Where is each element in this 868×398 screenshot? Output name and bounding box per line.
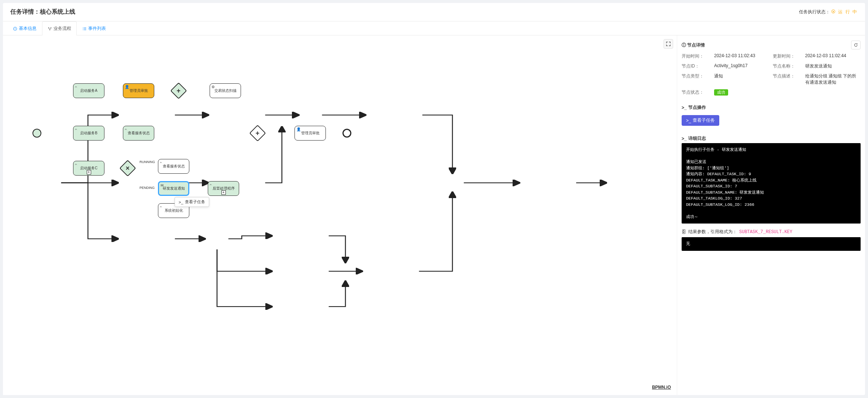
expand-icon <box>666 41 671 46</box>
gateway-parallel-2[interactable]: + <box>252 127 264 139</box>
diagram: 𝄐启动服务A 𝄐启动服务B 𝄐启动服务C+ 👤管理员审批 𝄐查看服务状态 + ⚙… <box>18 50 673 380</box>
refresh-icon <box>854 43 858 47</box>
mail-icon: ✉ <box>161 183 163 187</box>
node-admin-approve-2[interactable]: 👤管理员审批 <box>294 126 326 141</box>
list-icon <box>82 27 87 31</box>
detail-title: 节点详情 <box>687 42 705 48</box>
gateway-parallel-1[interactable]: + <box>173 85 185 97</box>
val-node-status: 成功 <box>714 89 728 96</box>
lbl-node-status: 节点状态： <box>682 89 711 96</box>
db-icon: 🗄 <box>682 229 686 235</box>
end-event[interactable] <box>342 129 351 138</box>
subprocess-marker: + <box>87 170 91 174</box>
terminal-icon: >_ <box>682 136 687 141</box>
val-start-time: 2024-12-03 11:02:43 <box>714 53 770 59</box>
lbl-node-type: 节点类型： <box>682 73 711 86</box>
svg-point-8 <box>83 30 84 30</box>
tab-basic-info[interactable]: 基本信息 <box>7 21 42 35</box>
svg-point-2 <box>15 28 15 28</box>
log-output: 开始执行子任务 - 研发发送通知 通知已发送 通知群组: ['通知组'] 通知内… <box>682 143 861 224</box>
user-icon: 👤 <box>296 127 301 131</box>
node-admin-approve-1[interactable]: 👤管理员审批 <box>123 83 154 98</box>
svg-point-7 <box>83 28 84 29</box>
svg-rect-11 <box>84 30 86 30</box>
terminal-icon: >_ <box>179 200 183 204</box>
lbl-node-desc: 节点描述： <box>773 73 802 86</box>
svg-rect-1 <box>15 28 15 30</box>
bpmn-canvas[interactable]: 𝄐启动服务A 𝄐启动服务B 𝄐启动服务C+ 👤管理员审批 𝄐查看服务状态 + ⚙… <box>3 35 677 395</box>
script-icon: 𝄐 <box>210 183 212 187</box>
val-update-time: 2024-12-03 11:02:44 <box>805 53 861 59</box>
lbl-node-name: 节点名称： <box>773 63 802 69</box>
edge-label-running: RUNNING <box>140 160 155 164</box>
node-scan[interactable]: ⚙交易状态扫描 <box>210 83 241 98</box>
lbl-node-id: 节点ID： <box>682 63 711 69</box>
bpmn-logo[interactable]: BPMN.iO <box>652 385 671 390</box>
node-notify[interactable]: ✉研发发送通知 <box>158 181 189 196</box>
node-tooltip[interactable]: >_ 查看子任务 <box>175 197 209 207</box>
tabs: 基本信息 业务流程 事件列表 <box>3 21 865 35</box>
val-node-type: 通知 <box>714 73 770 86</box>
flow-icon <box>48 27 52 31</box>
node-service-c[interactable]: 𝄐启动服务C+ <box>73 161 104 176</box>
val-node-name: 研发发送通知 <box>805 63 861 69</box>
node-service-a[interactable]: 𝄐启动服务A <box>73 83 104 98</box>
node-service-b[interactable]: 𝄐启动服务B <box>73 126 104 141</box>
tab-business-flow[interactable]: 业务流程 <box>42 21 77 35</box>
script-icon: 𝄐 <box>75 85 77 89</box>
terminal-icon: >_ <box>686 118 691 123</box>
terminal-icon: >_ <box>682 105 687 110</box>
exec-status: 任务执行状态： ⦿ 运 行 中 <box>799 9 858 15</box>
gateway-exclusive[interactable]: × <box>122 162 134 174</box>
svg-rect-10 <box>84 28 86 29</box>
script-icon: 𝄐 <box>75 127 77 132</box>
info-icon <box>13 27 17 31</box>
result-output: 无 <box>682 237 861 251</box>
info-icon: ⓘ <box>682 42 686 48</box>
user-icon: 👤 <box>125 85 129 89</box>
page-header: 任务详情：核心系统上线 任务执行状态： ⦿ 运 行 中 <box>3 3 865 21</box>
page-title: 任务详情：核心系统上线 <box>10 8 75 16</box>
gear-icon: ⚙ <box>211 85 215 89</box>
start-event[interactable] <box>32 129 41 138</box>
log-title: 详细日志 <box>688 135 706 142</box>
val-node-desc: 给通知分组 通知组 下的所有通道发送通知 <box>805 73 861 86</box>
subprocess-marker: + <box>221 190 226 195</box>
node-check-status-2[interactable]: 𝄐查看服务状态 <box>158 159 189 174</box>
node-post-process[interactable]: 𝄐后置处理程序+ <box>208 181 239 196</box>
detail-grid: 开始时间： 2024-12-03 11:02:43 更新时间： 2024-12-… <box>682 51 861 98</box>
svg-point-6 <box>83 27 84 28</box>
refresh-button[interactable] <box>851 41 861 49</box>
view-subtask-button[interactable]: >_ 查看子任务 <box>682 115 719 126</box>
script-icon: 𝄐 <box>75 162 77 167</box>
script-icon: 𝄐 <box>160 160 162 165</box>
ops-title: 节点操作 <box>688 104 706 111</box>
lbl-update-time: 更新时间： <box>773 53 802 59</box>
expand-button[interactable] <box>664 39 673 49</box>
status-badge: ⦿ 运 行 中 <box>831 9 858 14</box>
edge-label-pending: PENDING <box>140 186 155 190</box>
result-title: 结果参数，引用格式为： <box>688 229 737 235</box>
script-icon: 𝄐 <box>125 127 127 132</box>
side-panel: ⓘ 节点详情 开始时间： 2024-12-03 11:02:43 更新时间： 2… <box>677 35 865 395</box>
svg-rect-9 <box>84 27 86 28</box>
val-node-id: Activity_1sg0h17 <box>714 63 770 69</box>
node-check-status[interactable]: 𝄐查看服务状态 <box>123 126 154 141</box>
tab-event-list[interactable]: 事件列表 <box>77 21 111 35</box>
result-key: SUBTASK_7_RESULT.KEY <box>739 229 792 235</box>
script-icon: 𝄐 <box>160 205 162 209</box>
lbl-start-time: 开始时间： <box>682 53 711 59</box>
